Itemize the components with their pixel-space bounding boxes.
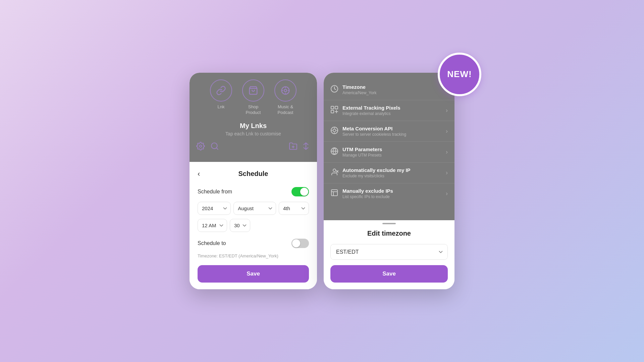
- icon-row: Lnk ShopProduct: [195, 79, 312, 116]
- meta-subtitle: Server to server cookieless tracking: [342, 132, 446, 137]
- settings-item-manual-ip[interactable]: Manually exclude IPs List specific IPs t…: [324, 183, 454, 204]
- timezone-text: Timezone: EST/EDT (America/New_York): [198, 253, 309, 258]
- settings-item-timezone[interactable]: Timezone America/New_York: [324, 79, 454, 100]
- search-icon[interactable]: [210, 142, 219, 152]
- svg-point-3: [200, 145, 202, 147]
- music-icon-circle: [274, 79, 297, 102]
- manual-ip-arrow: ›: [446, 190, 448, 197]
- svg-point-2: [284, 89, 287, 92]
- my-lnks-subtitle: Tap each Lnk to customise: [195, 131, 312, 136]
- music-label: Music &Podcast: [278, 104, 293, 116]
- timezone-content: Timezone America/New_York: [342, 84, 448, 95]
- schedule-to-row: Schedule to: [198, 239, 309, 248]
- exclude-ip-arrow: ›: [446, 169, 448, 176]
- exclude-ip-title: Automatically exclude my IP: [342, 167, 446, 173]
- meta-title: Meta Conversion API: [342, 126, 446, 131]
- tracking-arrow: ›: [446, 107, 448, 114]
- link-icon: [216, 85, 226, 96]
- right-panel: Timezone America/New_York External Track…: [324, 73, 454, 290]
- minute-select[interactable]: 30: [230, 219, 250, 232]
- edit-timezone-title: Edit timezone: [330, 228, 448, 237]
- year-select[interactable]: 2024: [198, 202, 231, 215]
- day-select[interactable]: 4th: [279, 202, 309, 215]
- back-button[interactable]: ‹: [198, 170, 200, 178]
- my-lnks-title: My Lnks: [195, 122, 312, 130]
- schedule-to-label: Schedule to: [198, 240, 226, 246]
- utm-subtitle: Manage UTM Presets: [342, 153, 446, 158]
- top-section: Lnk ShopProduct: [190, 73, 317, 162]
- settings-item-meta[interactable]: Meta Conversion API Server to server coo…: [324, 121, 454, 142]
- utm-title: UTM Parameters: [342, 146, 446, 152]
- svg-rect-16: [331, 110, 334, 113]
- shop-icon-circle: [242, 79, 264, 102]
- timezone-select-wrapper: EST/EDT PST/PDT CST/CDT MST/MDT UTC: [330, 244, 448, 260]
- lnk-icon-circle: [210, 79, 232, 102]
- exclude-ip-content: Automatically exclude my IP Exclude my v…: [342, 167, 446, 178]
- manual-ip-content: Manually exclude IPs List specific IPs t…: [342, 188, 446, 199]
- svg-rect-21: [331, 190, 337, 196]
- my-lnks-section: My Lnks Tap each Lnk to customise: [195, 122, 312, 136]
- edit-timezone-section: Edit timezone EST/EDT PST/PDT CST/CDT MS…: [324, 220, 454, 289]
- settings-item-exclude-ip[interactable]: Automatically exclude my IP Exclude my v…: [324, 163, 454, 183]
- svg-rect-15: [335, 106, 338, 109]
- music-icon: [280, 85, 290, 96]
- schedule-section: ‹ Schedule Schedule from 2024 August 4th: [190, 162, 317, 289]
- left-panel: Lnk ShopProduct: [190, 73, 317, 290]
- svg-point-18: [333, 169, 336, 172]
- new-badge: NEW!: [438, 53, 481, 96]
- toolbar-right: [289, 142, 310, 152]
- schedule-from-label: Schedule from: [198, 189, 232, 195]
- settings-item-tracking[interactable]: External Tracking Pixels Integrate exter…: [324, 100, 454, 121]
- svg-line-5: [216, 148, 218, 149]
- toolbar-left: [196, 142, 219, 152]
- manual-ip-icon: [330, 189, 342, 198]
- month-select[interactable]: August: [233, 202, 276, 215]
- schedule-header: ‹ Schedule: [198, 170, 309, 178]
- schedule-from-row: Schedule from: [198, 187, 309, 196]
- meta-arrow: ›: [446, 128, 448, 135]
- tracking-icon: [330, 106, 342, 115]
- save-button-left[interactable]: Save: [198, 265, 309, 283]
- utm-content: UTM Parameters Manage UTM Presets: [342, 146, 446, 158]
- settings-icon[interactable]: [196, 142, 205, 152]
- tracking-subtitle: Integrate external analytics: [342, 111, 446, 116]
- utm-icon: [330, 147, 342, 157]
- add-folder-icon[interactable]: [289, 142, 298, 152]
- timezone-select[interactable]: EST/EDT PST/PDT CST/CDT MST/MDT UTC: [331, 244, 447, 259]
- drag-handle: [382, 223, 396, 224]
- shop-label: ShopProduct: [246, 104, 261, 116]
- hour-select[interactable]: 12 AM: [198, 219, 227, 232]
- tracking-title: External Tracking Pixels: [342, 105, 446, 111]
- shop-icon-item[interactable]: ShopProduct: [242, 79, 264, 116]
- schedule-title: Schedule: [198, 170, 309, 178]
- timezone-subtitle: America/New_York: [342, 90, 448, 95]
- schedule-to-toggle[interactable]: [291, 239, 309, 248]
- meta-icon: [330, 126, 342, 136]
- exclude-ip-subtitle: Exclude my visits/clicks: [342, 174, 446, 178]
- music-icon-item[interactable]: Music &Podcast: [274, 79, 297, 116]
- toolbar: [195, 142, 312, 152]
- shop-icon: [248, 85, 258, 96]
- exclude-ip-icon: [330, 168, 342, 177]
- save-button-right[interactable]: Save: [330, 265, 448, 283]
- svg-rect-14: [331, 106, 334, 109]
- utm-arrow: ›: [446, 148, 448, 156]
- new-badge-text: NEW!: [447, 69, 472, 79]
- lnk-label: Lnk: [218, 104, 225, 110]
- main-container: NEW! Lnk: [190, 73, 454, 290]
- manual-ip-subtitle: List specific IPs to exclude: [342, 194, 446, 199]
- lnk-icon-item[interactable]: Lnk: [210, 79, 232, 116]
- meta-content: Meta Conversion API Server to server coo…: [342, 126, 446, 137]
- time-selects: 12 AM 30: [198, 219, 309, 232]
- timezone-icon: [330, 85, 342, 94]
- settings-list: Timezone America/New_York External Track…: [324, 73, 454, 221]
- schedule-from-toggle[interactable]: [291, 187, 309, 196]
- manual-ip-title: Manually exclude IPs: [342, 188, 446, 194]
- settings-item-utm[interactable]: UTM Parameters Manage UTM Presets ›: [324, 142, 454, 163]
- tracking-content: External Tracking Pixels Integrate exter…: [342, 105, 446, 116]
- sort-icon[interactable]: [302, 142, 310, 152]
- date-selects: 2024 August 4th: [198, 202, 309, 215]
- timezone-title: Timezone: [342, 84, 448, 90]
